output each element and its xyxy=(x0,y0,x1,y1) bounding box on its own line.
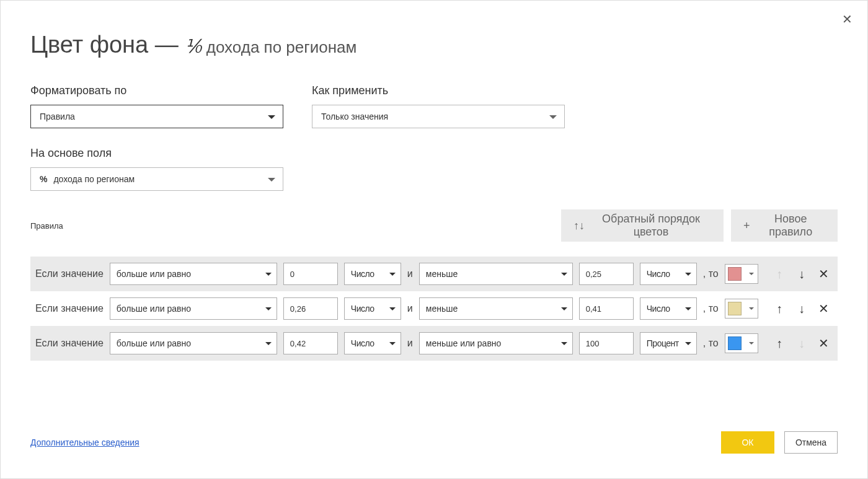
learn-more-link[interactable]: Дополнительные сведения xyxy=(30,437,140,447)
operator2-select[interactable]: меньше xyxy=(419,263,573,285)
color-swatch xyxy=(728,336,742,350)
conditional-formatting-dialog: ✕ Цвет фона — ⅟₀ дохода по регионам Форм… xyxy=(0,0,868,479)
if-value-label: Если значение xyxy=(35,268,104,279)
value2-input[interactable] xyxy=(579,263,634,285)
value2-input[interactable] xyxy=(579,297,634,320)
rule-row: Если значение больше или равно Число и м… xyxy=(30,291,838,326)
if-value-label: Если значение xyxy=(35,303,104,314)
color-picker[interactable] xyxy=(725,333,758,353)
new-rule-button[interactable]: + Новое правило xyxy=(731,209,838,242)
chevron-down-icon xyxy=(749,307,754,310)
and-label: и xyxy=(407,303,413,314)
reverse-colors-button[interactable]: ↑↓ Обратный порядок цветов xyxy=(561,209,724,242)
value2-input[interactable] xyxy=(579,332,634,354)
value1-input[interactable] xyxy=(283,297,338,320)
title-sub: дохода по регионам xyxy=(206,38,357,57)
plus-icon: + xyxy=(743,219,750,232)
based-on-label: На основе поля xyxy=(30,147,283,160)
close-icon[interactable]: ✕ xyxy=(842,12,852,27)
and-label: и xyxy=(407,268,413,279)
type2-select[interactable]: Число xyxy=(640,263,697,285)
rule-row: Если значение больше или равно Число и м… xyxy=(30,257,838,291)
move-down-icon[interactable]: ↓ xyxy=(796,267,807,281)
delete-rule-icon[interactable]: ✕ xyxy=(818,266,829,281)
apply-to-value: Только значения xyxy=(321,112,388,121)
color-swatch xyxy=(728,302,742,315)
operator1-select[interactable]: больше или равно xyxy=(110,297,277,320)
move-up-icon: ↑ xyxy=(774,267,785,281)
delete-rule-icon[interactable]: ✕ xyxy=(818,301,829,316)
format-by-label: Форматировать по xyxy=(30,84,283,97)
type2-select[interactable]: Процент xyxy=(640,332,697,354)
then-label: , то xyxy=(703,338,719,349)
cancel-button[interactable]: Отмена xyxy=(784,431,838,454)
color-swatch xyxy=(728,267,742,281)
operator2-select[interactable]: меньше или равно xyxy=(419,332,573,354)
title-main: Цвет фона — xyxy=(30,32,179,58)
chevron-down-icon xyxy=(749,273,754,275)
percent-field-icon: % xyxy=(40,174,47,184)
value1-input[interactable] xyxy=(283,332,338,354)
and-label: и xyxy=(407,338,413,349)
ok-button[interactable]: ОК xyxy=(721,431,774,454)
chevron-down-icon xyxy=(749,342,754,345)
format-by-value: Правила xyxy=(40,112,75,121)
color-picker[interactable] xyxy=(725,264,758,284)
apply-to-label: Как применить xyxy=(312,84,565,97)
rule-row: Если значение больше или равно Число и м… xyxy=(30,326,838,361)
delete-rule-icon[interactable]: ✕ xyxy=(818,336,829,351)
sort-icon: ↑↓ xyxy=(574,219,585,232)
format-by-select[interactable]: Правила xyxy=(30,105,283,128)
operator2-select[interactable]: меньше xyxy=(419,297,573,320)
operator1-select[interactable]: больше или равно xyxy=(110,263,277,285)
move-up-icon[interactable]: ↑ xyxy=(774,336,785,351)
move-down-icon: ↓ xyxy=(796,336,807,351)
percent-icon: ⅟₀ xyxy=(185,35,200,57)
type2-select[interactable]: Число xyxy=(640,297,697,320)
then-label: , то xyxy=(703,268,719,279)
based-on-select[interactable]: % дохода по регионам xyxy=(30,167,283,191)
type1-select[interactable]: Число xyxy=(344,263,401,285)
type1-select[interactable]: Число xyxy=(344,297,401,320)
if-value-label: Если значение xyxy=(35,338,104,349)
reverse-colors-label: Обратный порядок цветов xyxy=(591,213,711,239)
based-on-value: дохода по регионам xyxy=(53,174,135,184)
then-label: , то xyxy=(703,303,719,314)
operator1-select[interactable]: больше или равно xyxy=(110,332,277,354)
rules-section-label: Правила xyxy=(30,221,63,231)
type1-select[interactable]: Число xyxy=(344,332,401,354)
value1-input[interactable] xyxy=(283,263,338,285)
new-rule-label: Новое правило xyxy=(755,213,826,239)
dialog-title: Цвет фона — ⅟₀ дохода по регионам xyxy=(30,32,838,58)
move-up-icon[interactable]: ↑ xyxy=(774,302,785,316)
color-picker[interactable] xyxy=(725,299,758,319)
move-down-icon[interactable]: ↓ xyxy=(796,302,807,316)
apply-to-select[interactable]: Только значения xyxy=(312,105,565,128)
